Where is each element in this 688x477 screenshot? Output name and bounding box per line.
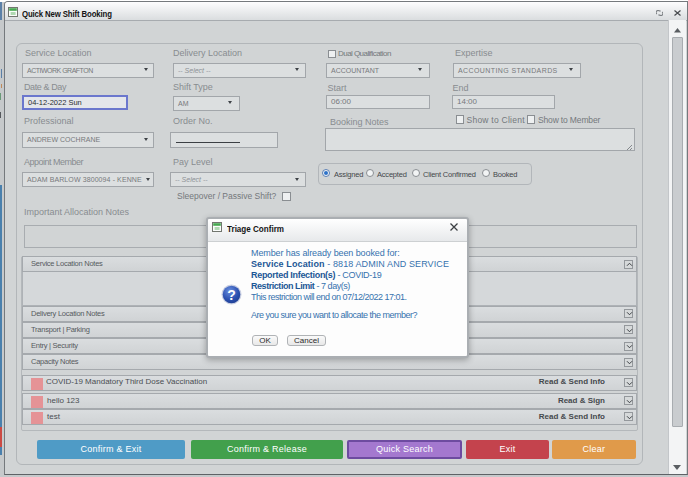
svg-text:?: ? [227,287,236,303]
